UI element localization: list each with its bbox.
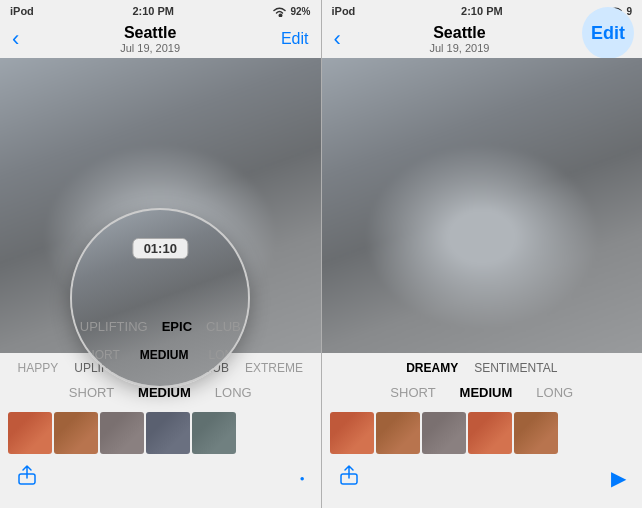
left-edit-button[interactable]: Edit <box>281 30 309 48</box>
right-nav-title: Seattle Jul 19, 2019 <box>429 24 489 54</box>
right-nav-bar: ‹ Seattle Jul 19, 2019 Edit <box>322 20 643 58</box>
magnify-inner: 01:10 UPLIFTING EPIC CLUB SHORT MEDIUM L… <box>72 210 248 386</box>
magnify-circle: 01:10 UPLIFTING EPIC CLUB SHORT MEDIUM L… <box>70 208 250 388</box>
magnify-duration-row: SHORT MEDIUM LONG <box>72 346 248 364</box>
left-phone-panel: iPod 2:10 PM 92% ‹ Seattle Jul 19, 2019 … <box>0 0 321 508</box>
magnify-dur-medium[interactable]: MEDIUM <box>130 346 199 364</box>
share-icon <box>16 464 38 486</box>
right-photo-blur <box>322 58 643 353</box>
right-bottom-bar: ▶ <box>322 460 643 500</box>
right-play-button[interactable]: ▶ <box>611 466 626 490</box>
right-share-button[interactable] <box>338 464 360 492</box>
right-dur-medium[interactable]: MEDIUM <box>448 383 525 402</box>
right-time: 2:10 PM <box>461 5 503 17</box>
right-title: Seattle <box>429 24 489 42</box>
thumbnail-3[interactable] <box>100 412 144 454</box>
magnify-filter-club[interactable]: CLUB <box>199 317 248 336</box>
magnify-filter-epic[interactable]: EPIC <box>155 317 199 336</box>
left-bottom-bar: ● <box>0 460 321 500</box>
right-thumbnail-row <box>322 408 643 460</box>
right-back-button[interactable]: ‹ <box>334 28 341 50</box>
right-filter-sentimental[interactable]: SENTIMENTAL <box>466 359 565 377</box>
left-time: 2:10 PM <box>132 5 174 17</box>
right-subtitle: Jul 19, 2019 <box>429 42 489 54</box>
thumbnail-5[interactable] <box>192 412 236 454</box>
right-photo-area <box>322 58 643 353</box>
right-phone-panel: iPod 2:10 PM 9 ‹ Seattle Jul 19, 2019 Ed… <box>322 0 643 508</box>
left-subtitle: Jul 19, 2019 <box>120 42 180 54</box>
magnify-dur-short[interactable]: SHORT <box>70 346 130 364</box>
right-duration-row: SHORT MEDIUM LONG <box>322 381 643 408</box>
right-share-icon <box>338 464 360 486</box>
left-dot-indicator: ● <box>300 474 305 483</box>
right-edit-button[interactable]: Edit <box>582 7 634 59</box>
right-filter-dreamy[interactable]: DREAMY <box>398 359 466 377</box>
wifi-icon <box>272 6 287 17</box>
right-thumbnail-3[interactable] <box>422 412 466 454</box>
left-device-name: iPod <box>10 5 34 17</box>
left-nav-bar: ‹ Seattle Jul 19, 2019 Edit <box>0 20 321 58</box>
left-share-button[interactable] <box>16 464 38 492</box>
left-thumbnail-row <box>0 408 321 460</box>
right-thumbnail-1[interactable] <box>330 412 374 454</box>
magnify-filter-uplifting[interactable]: UPLIFTING <box>73 317 155 336</box>
right-filter-row: DREAMY SENTIMENTAL <box>322 353 643 381</box>
right-thumbnail-5[interactable] <box>514 412 558 454</box>
right-thumbnail-2[interactable] <box>376 412 420 454</box>
left-status-bar: iPod 2:10 PM 92% <box>0 0 321 20</box>
time-badge: 01:10 <box>133 238 188 259</box>
filter-happy[interactable]: HAPPY <box>10 359 67 377</box>
battery-label: 92% <box>290 6 310 17</box>
magnify-filter-row: UPLIFTING EPIC CLUB <box>72 317 248 336</box>
right-dur-short[interactable]: SHORT <box>378 383 447 402</box>
left-title: Seattle <box>120 24 180 42</box>
right-thumbnail-4[interactable] <box>468 412 512 454</box>
thumbnail-2[interactable] <box>54 412 98 454</box>
magnify-dur-long[interactable]: LONG <box>198 346 250 364</box>
left-nav-title: Seattle Jul 19, 2019 <box>120 24 180 54</box>
right-device-name: iPod <box>332 5 356 17</box>
thumbnail-1[interactable] <box>8 412 52 454</box>
thumbnail-4[interactable] <box>146 412 190 454</box>
left-back-button[interactable]: ‹ <box>12 28 19 50</box>
right-dur-long[interactable]: LONG <box>524 383 585 402</box>
right-controls: DREAMY SENTIMENTAL SHORT MEDIUM LONG ▶ <box>322 353 643 508</box>
left-status-icons: 92% <box>272 6 310 17</box>
